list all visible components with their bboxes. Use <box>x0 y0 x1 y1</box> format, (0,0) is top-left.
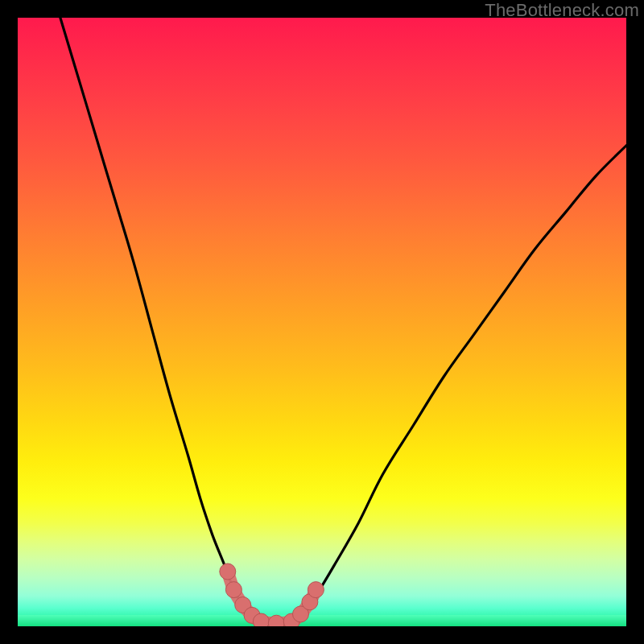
marker-dot <box>308 582 324 598</box>
highlighted-markers <box>220 564 324 626</box>
left-curve <box>60 18 262 623</box>
marker-dot <box>253 613 269 626</box>
attribution-text: TheBottleneck.com <box>485 0 639 21</box>
marker-dot <box>225 582 242 598</box>
curve-layer <box>18 18 626 626</box>
chart-frame: TheBottleneck.com <box>0 0 644 644</box>
right-curve <box>291 146 626 623</box>
plot-area <box>18 18 626 626</box>
marker-dot <box>220 564 236 580</box>
